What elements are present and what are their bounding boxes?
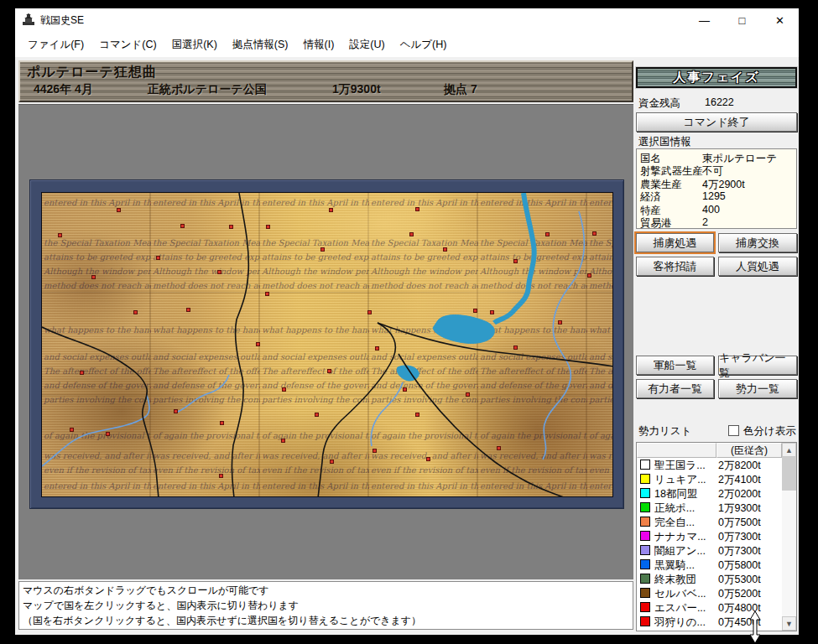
town-marker[interactable]	[106, 432, 110, 436]
town-marker[interactable]	[117, 208, 121, 212]
status-bar: マウスの右ボタンドラッグでもスクロールが可能です マップで国を左クリックすると、…	[18, 581, 633, 630]
app-icon	[22, 13, 35, 27]
faction-supply: 2万8200t	[718, 459, 761, 473]
town-marker[interactable]	[156, 256, 160, 260]
caravan-list-button[interactable]: キャラバン一覧	[718, 356, 797, 375]
world-map[interactable]: entered in this April in the Heisei soth…	[41, 192, 613, 497]
minimize-button[interactable]: —	[685, 8, 723, 32]
force-list-header-supply[interactable]: (臣従含)	[716, 443, 782, 458]
town-marker[interactable]	[587, 273, 591, 278]
town-marker[interactable]	[426, 457, 430, 461]
town-marker[interactable]	[217, 270, 221, 274]
force-list-row[interactable]: ナナカマ...0万7300t	[637, 529, 782, 543]
town-marker[interactable]	[229, 225, 233, 229]
colorize-label[interactable]: 色分け表示	[743, 424, 796, 439]
town-marker[interactable]	[375, 346, 379, 351]
river-southwest	[42, 395, 149, 466]
close-button[interactable]: ✕	[761, 8, 799, 32]
maximize-button[interactable]: □	[723, 8, 761, 32]
faction-name: 完全自...	[654, 516, 716, 530]
town-marker[interactable]	[513, 345, 518, 350]
end-command-button[interactable]: コマンド終了	[636, 112, 797, 132]
force-list-row[interactable]: 終末教団0万5300t	[637, 572, 782, 586]
town-marker[interactable]	[409, 232, 414, 236]
town-marker[interactable]	[466, 392, 470, 397]
town-marker[interactable]	[327, 369, 331, 373]
town-marker[interactable]	[186, 308, 190, 312]
scroll-up-icon[interactable]: ▲	[782, 443, 796, 457]
menu-base-info[interactable]: 拠点情報(S)	[225, 34, 296, 55]
force-list-row[interactable]: リュキア...2万4100t	[637, 472, 782, 486]
town-marker[interactable]	[592, 231, 597, 236]
town-marker[interactable]	[219, 474, 223, 478]
menu-file[interactable]: ファイル(F)	[20, 34, 91, 55]
town-marker[interactable]	[220, 421, 224, 425]
force-list-row[interactable]: 聖王国ラ...2万8200t	[637, 458, 782, 472]
phase-banner: 人事フェイズ	[636, 67, 797, 88]
faction-color-swatch	[640, 531, 650, 541]
town-marker[interactable]	[58, 233, 62, 237]
menu-command[interactable]: コマンド(C)	[91, 34, 164, 55]
force-list-button[interactable]: 勢力一覧	[718, 379, 797, 398]
town-marker[interactable]	[415, 207, 419, 211]
town-marker[interactable]	[256, 342, 260, 346]
town-marker[interactable]	[320, 247, 325, 252]
map-viewport[interactable]: entered in this April in the Heisei soth…	[18, 104, 633, 579]
town-marker[interactable]	[558, 320, 562, 325]
force-list-header-name[interactable]	[637, 443, 716, 458]
town-marker[interactable]	[443, 247, 447, 252]
town-marker[interactable]	[490, 310, 494, 314]
force-list-row[interactable]: 18都同盟2万0200t	[637, 486, 782, 501]
town-marker[interactable]	[330, 460, 334, 464]
town-marker[interactable]	[497, 446, 501, 450]
faction-color-swatch	[640, 588, 650, 598]
town-marker[interactable]	[415, 413, 419, 417]
river-central-south	[176, 375, 229, 413]
scroll-thumb[interactable]	[782, 457, 796, 491]
town-marker[interactable]	[281, 439, 285, 443]
town-marker[interactable]	[329, 208, 333, 212]
warship-list-button[interactable]: 軍船一覧	[636, 356, 714, 375]
town-marker[interactable]	[367, 310, 372, 314]
header-date: 4426年 4月	[34, 82, 93, 97]
guest-general-invite-button[interactable]: 客将招請	[636, 257, 714, 276]
faction-supply: 0万7300t	[718, 530, 761, 544]
town-marker[interactable]	[180, 224, 185, 228]
scroll-down-icon[interactable]: ▼	[782, 616, 796, 631]
faction-name: 18都同盟	[654, 487, 716, 501]
town-marker[interactable]	[403, 387, 407, 392]
notable-list-button[interactable]: 有力者一覧	[636, 379, 714, 398]
hostage-treatment-button[interactable]: 人質処遇	[718, 257, 797, 276]
town-marker[interactable]	[80, 371, 84, 375]
force-list-row[interactable]: セルバベ...0万5200t	[637, 586, 782, 600]
prisoner-treatment-button[interactable]: 捕虜処遇	[636, 233, 714, 252]
title-bar[interactable]: 戦国史SE — □ ✕	[15, 8, 799, 32]
town-marker[interactable]	[513, 259, 518, 263]
force-list-row[interactable]: 正統ポ...1万9300t	[637, 501, 782, 515]
town-marker[interactable]	[91, 275, 96, 279]
force-list-row[interactable]: 完全自...0万7500t	[637, 515, 782, 529]
info-value: 不可	[702, 164, 723, 179]
town-marker[interactable]	[266, 225, 270, 229]
prisoner-exchange-button[interactable]: 捕虜交換	[718, 233, 797, 252]
info-label: 貿易港	[640, 216, 672, 231]
colorize-checkbox[interactable]	[728, 425, 739, 436]
menu-country-select[interactable]: 国選択(K)	[164, 34, 225, 55]
town-marker[interactable]	[373, 449, 377, 453]
town-marker[interactable]	[265, 292, 269, 296]
force-list-row[interactable]: 黒翼騎...0万5800t	[637, 558, 782, 572]
force-list-row[interactable]: 闇組アン...0万7300t	[637, 543, 782, 558]
town-marker[interactable]	[315, 413, 319, 417]
force-list-scrollbar[interactable]: ▲ ▼	[782, 443, 796, 631]
town-marker[interactable]	[282, 387, 286, 392]
menu-info[interactable]: 情報(I)	[296, 34, 342, 55]
town-marker[interactable]	[174, 409, 178, 413]
faction-color-swatch	[640, 559, 650, 569]
menu-settings[interactable]: 設定(U)	[341, 34, 392, 55]
town-marker[interactable]	[545, 232, 550, 236]
force-list[interactable]: (臣従含) 聖王国ラ...2万8200tリュキア...2万4100t18都同盟2…	[636, 442, 797, 631]
town-marker[interactable]	[473, 309, 477, 313]
menu-help[interactable]: ヘルプ(H)	[393, 34, 455, 55]
town-marker[interactable]	[70, 428, 74, 432]
town-marker[interactable]	[133, 310, 138, 314]
